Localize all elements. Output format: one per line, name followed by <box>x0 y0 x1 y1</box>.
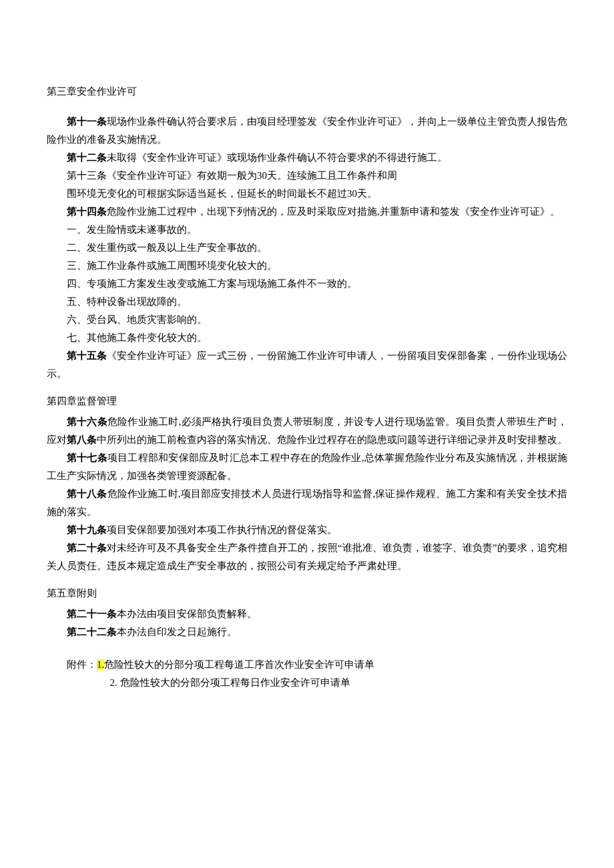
article-20: 第二十条对未经许可及不具备安全生产条件擅自开工的，按照“谁批准、谁负责，谁签字、… <box>47 539 567 575</box>
chapter-5-title: 第五章附则 <box>47 584 567 602</box>
article-18-label: 第十八条 <box>67 488 107 499</box>
article-14-item-3: 三、施工作业条件或施工周围环境变化较大的。 <box>47 257 567 275</box>
article-18: 第十八条危险作业施工时,项目部应安排技术人员进行现场指导和监督,保证操作规程、施… <box>47 485 567 521</box>
article-18-text: 危险作业施工时,项目部应安排技术人员进行现场指导和监督,保证操作规程、施工方案和… <box>47 488 567 517</box>
attachment-item-1: 危险性较大的分部分项工程每道工序首次作业安全许可申请单 <box>104 659 374 670</box>
article-17-text: 项目工程部和安保部应及时汇总本工程中存在的危险作业,总体掌握危险作业分布及实施情… <box>47 452 567 481</box>
article-15-label: 第十五条 <box>67 350 107 361</box>
article-19: 第十九条项目安保部要加强对本项工作执行情况的督促落实。 <box>47 521 567 539</box>
article-21: 第二十一条本办法由项目安保部负责解释。 <box>47 605 567 623</box>
article-14-item-4: 四、专项施工方案发生改变或施工方案与现场施工条件不一致的。 <box>47 275 567 293</box>
article-14-item-1: 一、发生险情或未遂事故的。 <box>47 221 567 239</box>
article-14-text: 危险作业施工过程中，出现下列情况的，应及时采取应对措施,并重新申请和签发《安全作… <box>107 206 560 217</box>
article-16-post: 中所列出的施工前检查内容的落实情况、危险作业过程存在的隐患或问题等进行详细记录并… <box>97 434 567 445</box>
article-21-label: 第二十一条 <box>67 608 117 619</box>
article-14-item-6: 六、受台风、地质灾害影响的。 <box>47 311 567 329</box>
article-12-text: 未取得《安全作业许可证》或现场作业条件确认不符合要求的不得进行施工。 <box>107 152 447 163</box>
article-12: 第十二条未取得《安全作业许可证》或现场作业条件确认不符合要求的不得进行施工。 <box>47 149 567 167</box>
article-22: 第二十二条本办法自印发之日起施行。 <box>47 623 567 641</box>
article-13-line2: 围环境无变化的可根据实际适当延长，但延长的时间最长不超过30天。 <box>47 185 567 203</box>
article-14-label: 第十四条 <box>67 206 107 217</box>
article-19-text: 项目安保部要加强对本项工作执行情况的督促落实。 <box>107 524 337 535</box>
attachment-line-1: 附件：1.危险性较大的分部分项工程每道工序首次作业安全许可申请单 <box>47 656 567 674</box>
article-11: 第十一条现场作业条件确认符合要求后，由项目经理签发《安全作业许可证》，并向上一级… <box>47 113 567 149</box>
article-16: 第十六条危险作业施工时,必须严格执行项目负责人带班制度，并设专人进行现场监管。项… <box>47 413 567 449</box>
article-14-item-2: 二、发生重伤或一般及以上生产安全事故的。 <box>47 239 567 257</box>
article-22-label: 第二十二条 <box>67 626 117 637</box>
article-21-text: 本办法由项目安保部负责解释。 <box>117 608 257 619</box>
article-14-item-5: 五、特种设备出现故障的。 <box>47 293 567 311</box>
article-11-text: 现场作业条件确认符合要求后，由项目经理签发《安全作业许可证》，并向上一级单位主管… <box>47 116 567 145</box>
article-13-line1: 第十三条《安全作业许可证》有效期一般为30天。连续施工且工作条件和周 <box>47 167 567 185</box>
article-20-label: 第二十条 <box>67 542 107 553</box>
article-22-text: 本办法自印发之日起施行。 <box>117 626 237 637</box>
document-page: 第三章安全作业许可 第十一条现场作业条件确认符合要求后，由项目经理签发《安全作业… <box>0 0 614 732</box>
attachment-line-2: 2. 危险性较大的分部分项工程每日作业安全许可申请单 <box>47 674 567 692</box>
article-14-item-7: 七、其他施工条件变化较大的。 <box>47 329 567 347</box>
article-15: 第十五条《安全作业许可证》应一式三份，一份留施工作业许可申请人，一份留项目安保部… <box>47 347 567 383</box>
attachment-prefix: 附件： <box>67 659 97 670</box>
article-11-label: 第十一条 <box>67 116 107 127</box>
article-16-mid-bold: 第八条 <box>67 434 97 445</box>
chapter-3-title: 第三章安全作业许可 <box>47 83 567 101</box>
attachment-num-1-highlight: 1. <box>97 659 104 670</box>
article-15-text: 《安全作业许可证》应一式三份，一份留施工作业许可申请人，一份留项目安保部备案，一… <box>47 350 567 379</box>
article-17: 第十七条项目工程部和安保部应及时汇总本工程中存在的危险作业,总体掌握危险作业分布… <box>47 449 567 485</box>
article-20-text: 对未经许可及不具备安全生产条件擅自开工的，按照“谁批准、谁负责，谁签字、谁负责”… <box>47 542 567 571</box>
article-16-label: 第十六条 <box>67 416 107 427</box>
article-17-label: 第十七条 <box>67 452 107 463</box>
article-12-label: 第十二条 <box>67 152 107 163</box>
article-19-label: 第十九条 <box>67 524 107 535</box>
chapter-4-title: 第四章监督管理 <box>47 392 567 410</box>
article-14: 第十四条危险作业施工过程中，出现下列情况的，应及时采取应对措施,并重新申请和签发… <box>47 203 567 221</box>
